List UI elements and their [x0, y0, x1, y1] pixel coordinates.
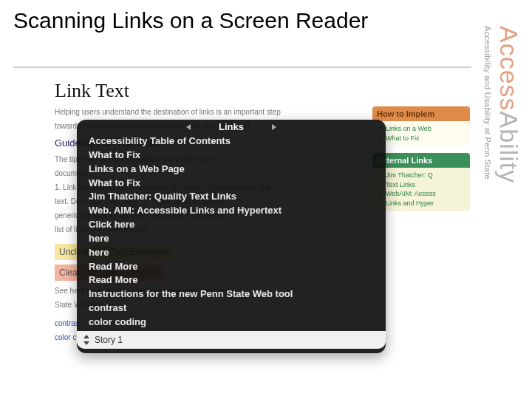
- rotor-header: Links: [77, 120, 386, 134]
- rotor-item[interactable]: Read More: [89, 273, 377, 287]
- brand-logo: AccessAbility: [494, 26, 523, 183]
- background-right-column: How to Implem Links on a Web What to Fix…: [372, 106, 470, 219]
- slide: Scanning Links on a Screen Reader Access…: [0, 0, 532, 399]
- rotor-title: Links: [219, 121, 244, 132]
- brand-word-ability: Ability: [495, 112, 523, 184]
- slide-title: Scanning Links on a Screen Reader: [13, 7, 427, 34]
- panel-heading: External Links: [372, 153, 470, 168]
- rotor-item[interactable]: color coding: [89, 316, 377, 330]
- panel-item: WebAIM: AccessLinks and Hyper: [386, 189, 466, 208]
- title-underline: [13, 66, 471, 68]
- rotor-item[interactable]: What to Fix: [89, 149, 377, 163]
- rotor-item[interactable]: Jim Thatcher: Quality Text Links: [89, 190, 377, 204]
- rotor-item[interactable]: Accessibility Table of Contents: [89, 134, 377, 149]
- panel-item: What to Fix: [386, 134, 466, 143]
- rotor-footer-label: Story 1: [95, 335, 123, 345]
- brand-word-access: Access: [495, 26, 523, 112]
- brand-subtitle: Accessibility and Usability at Penn Stat…: [483, 26, 492, 180]
- rotor-item[interactable]: contrast: [89, 301, 377, 316]
- rotor-list[interactable]: Accessibility Table of Contents What to …: [77, 134, 386, 331]
- rotor-item[interactable]: What to Fix: [89, 177, 377, 191]
- background-page: Helping users understand the destination…: [55, 106, 470, 365]
- rotor-item[interactable]: Web. AIM: Accessible Links and Hypertext: [89, 204, 377, 218]
- brand-sidebar: AccessAbility Accessibility and Usabilit…: [483, 26, 523, 373]
- page-heading: Link Text: [55, 80, 470, 102]
- rotor-item[interactable]: Links on a Web Page: [89, 163, 377, 177]
- rotor-item[interactable]: here: [89, 232, 377, 246]
- rotor-item[interactable]: Click here: [89, 218, 377, 232]
- screenshot-region: Link Text Helping users understand the d…: [55, 80, 470, 365]
- rotor-item[interactable]: Read More: [89, 260, 377, 274]
- panel-external-links: External Links Jim Thatcher: QText Links…: [372, 153, 470, 211]
- panel-item: Jim Thatcher: QText Links: [386, 171, 466, 189]
- screen-reader-rotor[interactable]: Links Accessibility Table of Contents Wh…: [77, 120, 386, 353]
- sort-icon[interactable]: [81, 335, 90, 345]
- rotor-footer[interactable]: Story 1: [77, 331, 386, 349]
- bg-text: Helping users understand the destination…: [55, 106, 359, 117]
- panel-heading: How to Implem: [372, 106, 470, 121]
- panel-item: Links on a Web: [386, 124, 466, 134]
- rotor-item[interactable]: Instructions for the new Penn State Web …: [89, 287, 377, 301]
- panel-how-to-implement: How to Implem Links on a Web What to Fix: [372, 106, 470, 146]
- rotor-item[interactable]: here: [89, 246, 377, 260]
